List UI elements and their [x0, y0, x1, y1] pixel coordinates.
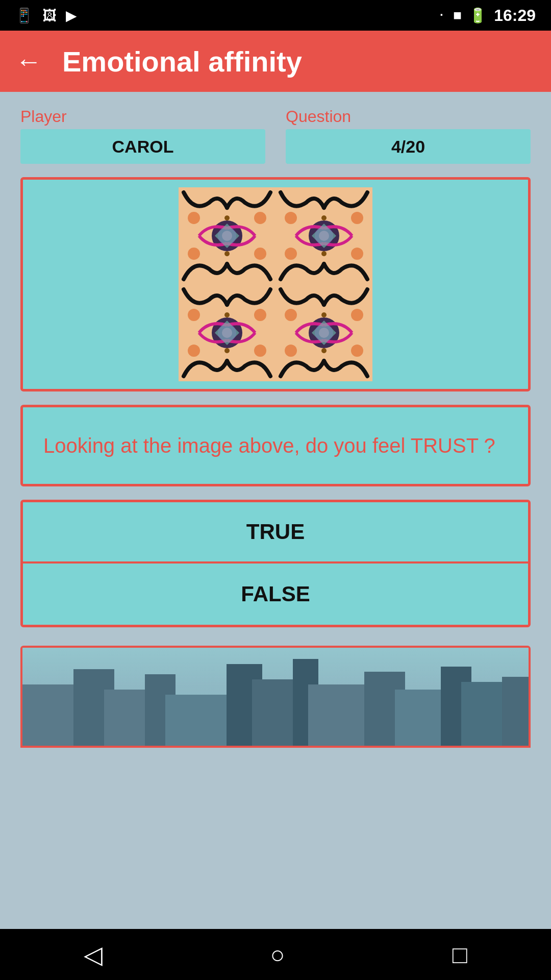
bottom-image	[22, 648, 529, 746]
signal-icon: ■	[453, 7, 462, 23]
svg-rect-21	[165, 695, 237, 746]
player-field: Player CAROL	[20, 107, 265, 164]
notification-icon: 📱	[15, 7, 33, 24]
app-bar-title: Emotional affinity	[62, 45, 302, 78]
nav-back-button[interactable]: ◁	[84, 940, 103, 969]
nav-icon-status: ▶	[66, 7, 77, 24]
nav-recent-button[interactable]: □	[453, 941, 467, 969]
question-value: 4/20	[286, 129, 531, 164]
svg-rect-14	[179, 187, 276, 284]
status-bar-right: ⬝ ■ 🔋 16:29	[437, 6, 536, 25]
answer-container: TRUE FALSE	[20, 500, 531, 627]
nav-home-button[interactable]: ○	[270, 941, 285, 969]
nav-bar: ◁ ○ □	[0, 929, 551, 980]
main-content: Player CAROL Question 4/20	[0, 92, 551, 929]
bottom-section	[20, 646, 531, 748]
status-bar: 📱 🖼 ▶ ⬝ ■ 🔋 16:29	[0, 0, 551, 31]
question-field: Question 4/20	[286, 107, 531, 164]
question-text: Looking at the image above, do you feel …	[43, 431, 495, 460]
status-time: 16:29	[494, 6, 536, 25]
info-row: Player CAROL Question 4/20	[20, 107, 531, 164]
status-bar-left: 📱 🖼 ▶	[15, 7, 77, 24]
back-button[interactable]: ←	[15, 48, 42, 75]
false-button[interactable]: FALSE	[23, 564, 528, 625]
question-box: Looking at the image above, do you feel …	[20, 405, 531, 486]
kaleido-image	[179, 187, 372, 381]
app-bar: ← Emotional affinity	[0, 31, 551, 92]
battery-icon: 🔋	[469, 7, 487, 24]
image-icon: 🖼	[42, 7, 57, 24]
city-silhouette	[22, 648, 529, 746]
bluetooth-icon: ⬝	[437, 7, 446, 23]
image-card	[20, 177, 531, 391]
player-label: Player	[20, 107, 265, 126]
svg-rect-30	[502, 677, 529, 746]
question-label: Question	[286, 107, 531, 126]
player-value: CAROL	[20, 129, 265, 164]
true-button[interactable]: TRUE	[23, 502, 528, 564]
